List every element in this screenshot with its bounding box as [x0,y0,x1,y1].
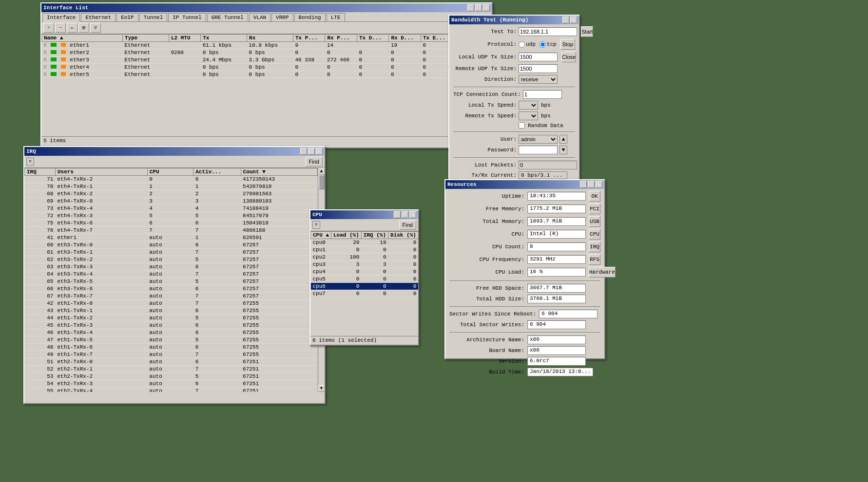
irq-maximize-btn[interactable]: □ [308,148,315,155]
res-hardware-button[interactable]: Hardware [589,267,616,278]
tab-eoip[interactable]: EoIP [116,13,138,21]
res-cpu-button[interactable]: CPU [589,229,600,240]
irq-table-row[interactable]: 71 eth4-TxRx-2 0 0 4172350143 [25,176,318,183]
irq-table-row[interactable]: 47 eth1-TxRx-5 auto 5 67255 [25,336,318,344]
cpu-find-button[interactable]: Find [399,220,416,230]
bw-tcp-count-input[interactable] [523,90,562,99]
col-irq[interactable]: IRQ (%) [361,232,388,239]
irq-table-row[interactable]: 64 eth3-TxRx-4 auto 7 67257 [25,271,318,278]
bw-tcp-radio[interactable] [540,41,546,48]
bw-close-btn[interactable]: ✕ [570,17,577,23]
col-disk[interactable]: Disk (%) [388,232,418,239]
res-pci-button[interactable]: PCI [589,204,600,214]
irq-scroll-area[interactable]: IRQ Users CPU Activ... Count ▼ 71 eth4-T… [24,168,325,392]
tab-vlan[interactable]: VLAN [249,13,270,21]
irq-table-row[interactable]: 76 eth4-TxRx-7 7 7 4866188 [25,227,318,234]
bw-testto-input[interactable] [519,27,577,36]
col-tx[interactable]: Tx [201,35,247,42]
bw-remote-tx-select[interactable] [519,111,538,120]
cpu-table-row[interactable]: cpu0 20 19 0 [311,239,419,246]
irq-table-row[interactable]: 41 ether1 auto 1 826591 [25,234,318,241]
bw-start-button[interactable]: Start [581,26,593,37]
bw-local-udp-input[interactable] [519,53,558,61]
interface-table-row[interactable]: R ether5 Ethernet 0 bps 0 bps 0 0 0 0 0 … [42,71,485,78]
edit-btn[interactable]: ✏ [67,23,77,33]
col-rxp[interactable]: Rx P... [325,35,357,42]
cpu-table-row[interactable]: cpu7 0 0 0 [311,290,419,297]
irq-table-row[interactable]: 70 eth4-TxRx-1 1 1 542079810 [25,183,318,190]
bw-local-tx-select[interactable] [519,101,538,110]
cpu-table-row[interactable]: cpu1 0 0 0 [311,246,419,254]
irq-table-row[interactable]: 53 eth2-TxRx-2 auto 5 67251 [25,373,318,380]
irq-table-row[interactable]: 45 eth1-TxRx-3 auto 6 67255 [25,322,318,329]
interface-table-row[interactable]: R ether4 Ethernet 0 bps 0 bps 0 0 0 0 0 … [42,64,485,71]
res-close-btn[interactable]: ✕ [596,181,602,188]
bw-random-checkbox[interactable] [519,122,525,129]
res-maximize-btn[interactable]: □ [588,181,595,188]
col-activ[interactable]: Activ... [193,168,241,176]
res-usb-button[interactable]: USB [589,216,600,227]
bw-user-dropdown-arrow[interactable]: ▲ [559,135,567,144]
irq-scroll-thumb[interactable] [319,175,325,189]
tab-bonding[interactable]: Bonding [294,13,326,21]
cpu-filter-icon[interactable]: ▽ [312,221,320,229]
interface-table-row[interactable]: R ether2 Ethernet 9200 0 bps 0 bps 0 0 0… [42,49,485,56]
res-irq-button[interactable]: IRQ [589,241,600,252]
irq-table-row[interactable]: 44 eth1-TxRx-2 auto 5 67255 [25,315,318,322]
irq-table-row[interactable]: 61 eth3-TxRx-1 auto 7 67257 [25,249,318,256]
bw-password-dropdown-arrow[interactable]: ▼ [559,146,567,154]
tab-tunnel[interactable]: Tunnel [139,13,168,21]
col-load[interactable]: Load (%) [331,232,362,239]
irq-minimize-btn[interactable]: _ [300,148,307,155]
interface-maximize-btn[interactable]: □ [475,4,482,11]
irq-table-row[interactable]: 55 eth2-TxRx-4 auto 7 67251 [25,388,318,392]
irq-find-button[interactable]: Find [306,157,323,167]
filter-btn[interactable]: ▽ [90,23,101,33]
cpu-close-btn[interactable]: ✕ [409,211,416,218]
tab-lte[interactable]: LTE [327,13,345,21]
interface-close-btn[interactable]: ✕ [483,4,490,11]
cpu-maximize-btn[interactable]: □ [402,211,408,218]
tab-ethernet[interactable]: Ethernet [81,13,116,21]
irq-table-row[interactable]: 46 eth1-TxRx-4 auto 6 67255 [25,329,318,336]
col-cpu[interactable]: CPU [147,168,193,176]
irq-table-row[interactable]: 75 eth4-TxRx-6 6 6 15043019 [25,220,318,227]
res-rfs-button[interactable]: RFS [589,254,600,265]
cpu-minimize-btn[interactable]: _ [394,211,401,218]
res-ok-button[interactable]: OK [589,191,600,202]
irq-table-row[interactable]: 42 eth1-TxRx-0 auto 7 67255 [25,300,318,307]
irq-table-row[interactable]: 54 eth2-TxRx-3 auto 6 67251 [25,380,318,388]
tab-vrrp[interactable]: VRRP [271,13,293,21]
remove-btn[interactable]: − [55,23,66,33]
irq-table-row[interactable]: 43 eth1-TxRx-1 auto 6 67255 [25,307,318,315]
irq-table-row[interactable]: 63 eth3-TxRx-3 auto 6 67257 [25,263,318,271]
irq-table-row[interactable]: 66 eth3-TxRx-6 auto 6 67257 [25,285,318,293]
col-name[interactable]: Name ▲ [42,35,123,42]
irq-scroll-up[interactable]: ▲ [318,168,325,175]
irq-table-row[interactable]: 67 eth3-TxRx-7 auto 7 67257 [25,293,318,300]
cpu-table-row[interactable]: cpu6 0 0 0 [311,283,419,290]
bw-direction-select[interactable]: receive transmit both [519,75,558,84]
irq-scroll-down[interactable]: ▼ [318,385,325,392]
copy-btn[interactable]: ⊞ [78,23,89,33]
irq-close-btn[interactable]: ✕ [316,148,323,155]
cpu-scroll-area[interactable]: CPU ▲ Load (%) IRQ (%) Disk (%) cpu0 20 … [310,231,418,336]
cpu-table-row[interactable]: cpu4 0 0 0 [311,268,419,276]
bw-remote-udp-input[interactable] [519,64,558,73]
col-rxd[interactable]: Rx D... [389,35,421,42]
irq-table-row[interactable]: 60 eth3-TxRx-0 auto 6 67257 [25,241,318,249]
col-rx[interactable]: Rx [247,35,293,42]
bw-minimize-btn[interactable]: _ [562,17,569,23]
col-count[interactable]: Count ▼ [241,168,317,176]
irq-table-row[interactable]: 62 eth3-TxRx-2 auto 5 67257 [25,256,318,263]
add-btn[interactable]: + [43,23,54,33]
bw-udp-radio[interactable] [519,41,525,48]
irq-table-row[interactable]: 73 eth4-TxRx-4 4 4 74188419 [25,205,318,212]
cpu-table-row[interactable]: cpu2 100 0 0 [311,254,419,261]
tab-interface[interactable]: Interface [42,13,80,22]
irq-filter-icon[interactable]: ▽ [26,158,34,166]
irq-table-row[interactable]: 49 eth1-TxRx-7 auto 7 67255 [25,351,318,358]
col-cpu-name[interactable]: CPU ▲ [311,232,331,239]
tab-ip-tunnel[interactable]: IP Tunnel [168,13,206,21]
cpu-table-row[interactable]: cpu5 0 0 0 [311,276,419,283]
